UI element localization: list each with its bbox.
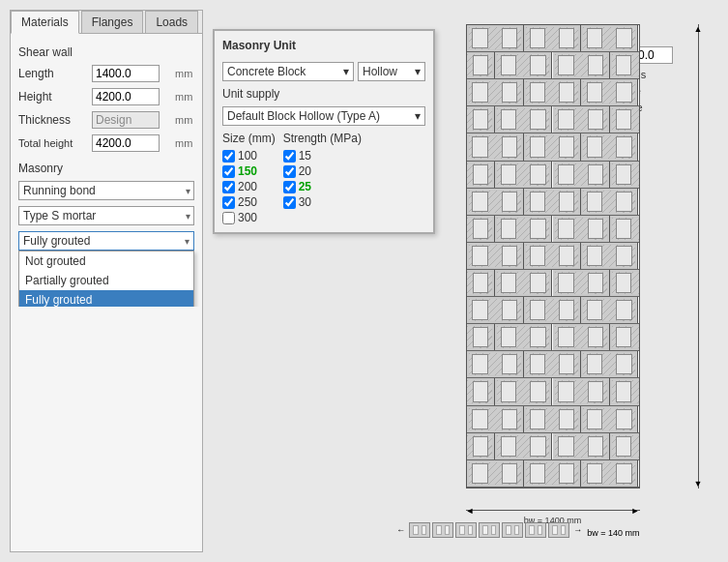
block xyxy=(467,460,524,487)
bottom-blocks: ←→ bw = 140 mm xyxy=(396,522,639,538)
block-row xyxy=(467,133,639,161)
str-15-label: 15 xyxy=(299,149,311,163)
bottom-section: ←→ bw = 140 mm xyxy=(456,522,650,538)
mortar-dropdown[interactable]: Type S mortar Type M mortar xyxy=(18,206,194,225)
tab-loads[interactable]: Loads xyxy=(145,11,198,33)
left-panel: Materials Flanges Loads Shear wall Lengt… xyxy=(10,10,203,552)
block xyxy=(581,25,638,51)
grouting-container: Fully grouted ▾ Not grouted Partially gr… xyxy=(18,231,194,251)
right-panel: Vertical Steel Seismic index Uniform ste… xyxy=(445,10,718,552)
bond-dropdown-wrapper: Running bond Stack bond ▾ xyxy=(18,181,194,200)
str-25-label: 25 xyxy=(299,180,311,193)
block xyxy=(553,162,610,188)
bottom-bw-label: bw = 140 mm xyxy=(587,528,639,538)
fill-type-arrow-icon: ▾ xyxy=(415,65,421,78)
sizes-strength-row: Size (mm) 100 150 200 250 xyxy=(222,132,425,224)
block xyxy=(467,133,524,160)
str-30-row: 30 xyxy=(283,195,362,209)
block xyxy=(467,378,496,404)
block xyxy=(495,106,552,133)
height-unit: mm xyxy=(175,91,194,103)
str-20-checkbox[interactable] xyxy=(283,165,296,178)
block xyxy=(581,79,638,105)
block xyxy=(553,270,610,296)
height-input[interactable] xyxy=(92,88,160,105)
fill-type-dropdown[interactable]: Hollow ▾ xyxy=(358,62,425,81)
thickness-label: Thickness xyxy=(18,113,76,127)
unit-supply-dropdown[interactable]: Default Block Hollow (Type A) ▾ xyxy=(222,106,425,126)
str-30-checkbox[interactable] xyxy=(283,196,296,209)
unit-supply-value: Default Block Hollow (Type A) xyxy=(227,109,380,123)
block xyxy=(524,243,581,269)
str-25-checkbox[interactable] xyxy=(283,181,296,193)
masonry-label: Masonry xyxy=(18,162,194,175)
block xyxy=(524,79,581,105)
length-row: Length mm xyxy=(18,65,194,82)
block-type-dropdown[interactable]: Concrete Block ▾ xyxy=(222,62,354,81)
panel-content: Shear wall Length mm Height mm Thickness… xyxy=(11,34,202,307)
block xyxy=(581,133,638,160)
block-row xyxy=(467,406,639,433)
block xyxy=(495,433,552,459)
block-type-arrow-icon: ▾ xyxy=(343,65,349,78)
str-15-checkbox[interactable] xyxy=(283,150,296,163)
block xyxy=(524,25,581,51)
wall-area: ▲ ▼ ht = 4200 mm ◄ ► bw = 1400 mm ←→ bw xyxy=(456,24,650,538)
total-height-row: Total height mm xyxy=(18,134,194,152)
block xyxy=(581,460,638,487)
size-150-row: 150 xyxy=(222,164,276,178)
block-row xyxy=(467,106,639,133)
block xyxy=(467,216,496,242)
block xyxy=(553,106,610,133)
thickness-input[interactable] xyxy=(92,111,160,129)
size-200-row: 200 xyxy=(222,180,276,193)
tab-materials[interactable]: Materials xyxy=(11,11,79,34)
grouting-option-partial[interactable]: Partially grouted xyxy=(19,271,193,290)
size-100-checkbox[interactable] xyxy=(222,150,235,163)
size-200-checkbox[interactable] xyxy=(222,181,235,193)
bond-dropdown[interactable]: Running bond Stack bond xyxy=(18,181,194,200)
tab-flanges[interactable]: Flanges xyxy=(81,11,144,33)
block-type-value: Concrete Block xyxy=(227,65,306,78)
block-row xyxy=(467,52,639,79)
size-100-row: 100 xyxy=(222,149,276,163)
block xyxy=(581,406,638,432)
block-row xyxy=(467,162,639,189)
wall-canvas xyxy=(466,24,640,488)
thickness-row: Thickness mm xyxy=(18,111,194,129)
grouting-option-full[interactable]: Fully grouted xyxy=(19,290,193,307)
block xyxy=(524,460,581,487)
block-row xyxy=(467,216,639,243)
bottom-block xyxy=(548,522,569,538)
grouting-dropdown-list: Not grouted Partially grouted Fully grou… xyxy=(18,251,194,307)
length-label: Length xyxy=(18,67,76,80)
block xyxy=(467,79,524,105)
dialog-title: Masonry Unit xyxy=(222,39,425,52)
block xyxy=(467,106,496,133)
grouting-selected[interactable]: Fully grouted ▾ xyxy=(18,231,194,251)
strength-header: Strength (MPa) xyxy=(283,132,362,145)
size-300-checkbox[interactable] xyxy=(222,212,235,224)
size-250-checkbox[interactable] xyxy=(222,196,235,209)
grouting-arrow-icon: ▾ xyxy=(185,236,189,247)
block xyxy=(495,52,552,78)
block xyxy=(610,162,639,188)
sizes-header: Size (mm) xyxy=(222,132,276,145)
size-300-label: 300 xyxy=(238,211,257,224)
str-20-label: 20 xyxy=(299,164,311,178)
block xyxy=(495,270,552,296)
grouting-option-not[interactable]: Not grouted xyxy=(19,251,193,271)
sizes-col: Size (mm) 100 150 200 250 xyxy=(222,132,276,224)
bottom-block xyxy=(409,522,430,538)
block xyxy=(610,106,639,133)
block xyxy=(524,297,581,323)
length-input[interactable] xyxy=(92,65,160,82)
size-150-checkbox[interactable] xyxy=(222,165,235,178)
block xyxy=(524,133,581,160)
masonry-unit-dialog: Masonry Unit Concrete Block ▾ Hollow ▾ U… xyxy=(213,29,435,234)
block xyxy=(467,52,496,78)
block-row xyxy=(467,460,639,488)
bottom-block xyxy=(432,522,453,538)
total-height-input[interactable] xyxy=(92,134,160,152)
block xyxy=(467,406,524,432)
